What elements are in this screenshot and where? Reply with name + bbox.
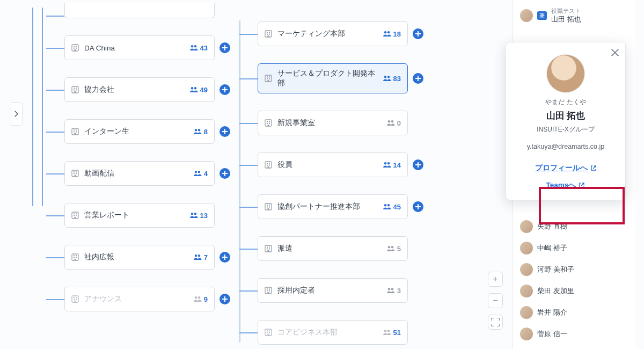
svg-rect-65	[267, 32, 268, 33]
org-node-count: 45	[383, 203, 401, 211]
svg-rect-89	[267, 163, 268, 164]
org-node-label: マーケティング本部	[277, 29, 383, 39]
fullscreen-button[interactable]	[488, 315, 503, 330]
tree-connector	[239, 207, 258, 208]
org-node-count: 0	[386, 119, 401, 127]
tree-connector	[46, 257, 64, 258]
person-name: 中嶋 裕子	[537, 243, 567, 253]
tree-connector	[42, 8, 43, 206]
org-node[interactable]: 新規事業室0	[258, 111, 408, 135]
org-node[interactable]: 採用内定者3	[258, 278, 408, 303]
org-node[interactable]: インターン生8	[64, 119, 215, 144]
expand-node-button[interactable]	[219, 84, 230, 95]
svg-point-126	[384, 330, 386, 332]
expand-node-button[interactable]	[219, 126, 230, 137]
person-row[interactable]: 河野 美和子	[513, 259, 635, 280]
org-node-label: 営業レポート	[84, 210, 189, 220]
person-row[interactable]: 矢野 直樹	[513, 216, 635, 237]
svg-rect-82	[269, 121, 270, 122]
org-node[interactable]: 協力会社49	[64, 77, 215, 102]
org-node[interactable]: 派遣5	[258, 236, 408, 261]
svg-point-103	[387, 204, 389, 206]
count-number: 13	[200, 212, 208, 220]
person-row[interactable]: 中嶋 裕子	[513, 237, 635, 259]
tree-connector	[239, 290, 258, 292]
person-row[interactable]: 柴田 友加里	[513, 280, 635, 302]
org-icon	[265, 245, 272, 252]
svg-rect-12	[76, 48, 77, 49]
expand-node-button[interactable]	[413, 159, 423, 170]
expand-node-button[interactable]	[413, 201, 423, 212]
org-node[interactable]: 役員14	[258, 152, 408, 177]
org-node-label: コアビジネス本部	[277, 328, 383, 337]
svg-rect-99	[267, 207, 268, 208]
org-node[interactable]	[64, 3, 215, 18]
teams-link-label: Teamsへ	[546, 180, 576, 190]
zoom-out-button[interactable]: −	[488, 293, 503, 308]
svg-rect-26	[76, 129, 77, 130]
svg-rect-105	[267, 246, 268, 248]
svg-rect-59	[74, 299, 75, 300]
person-name: 河野 美和子	[537, 265, 574, 274]
svg-point-46	[191, 213, 193, 215]
svg-point-62	[195, 296, 197, 299]
svg-rect-97	[267, 205, 268, 206]
expand-node-button[interactable]	[219, 252, 230, 263]
zoom-in-button[interactable]: +	[488, 272, 503, 287]
expand-node-button[interactable]	[413, 73, 423, 84]
svg-point-95	[387, 162, 389, 164]
org-icon	[71, 44, 79, 52]
svg-rect-74	[269, 76, 270, 77]
org-node-count: 8	[193, 128, 208, 136]
svg-rect-66	[269, 32, 270, 33]
org-node-label: インターン生	[84, 127, 193, 136]
close-button[interactable]	[610, 48, 620, 57]
svg-rect-11	[74, 48, 75, 49]
people-icon	[383, 75, 391, 82]
person-name: 矢野 直樹	[537, 222, 567, 231]
org-node[interactable]: DA China43	[64, 35, 215, 60]
org-node[interactable]: 社内広報7	[64, 245, 215, 270]
svg-point-110	[388, 246, 390, 248]
expand-node-button[interactable]	[219, 294, 230, 304]
org-icon	[71, 86, 79, 93]
teams-link[interactable]: Teamsへ	[546, 180, 586, 190]
count-number: 49	[200, 86, 208, 94]
people-icon	[193, 170, 202, 177]
collapse-sidebar-button[interactable]	[11, 102, 23, 126]
avatar	[520, 9, 533, 22]
tree-connector	[46, 132, 64, 133]
expand-node-button[interactable]	[413, 28, 423, 39]
sidebar-top-person[interactable]: 兼 役職テスト 山田 拓也	[513, 0, 635, 28]
people-icon	[193, 296, 202, 302]
expand-node-button[interactable]	[219, 168, 230, 179]
person-row[interactable]: 菅原 信一	[513, 323, 635, 345]
org-node[interactable]: 営業レポート13	[64, 203, 215, 228]
org-node-count: 14	[383, 161, 401, 169]
profile-link[interactable]: プロフィールへ	[535, 163, 597, 173]
concurrent-badge: 兼	[537, 11, 547, 20]
org-node[interactable]: 動画配信4	[64, 161, 215, 186]
svg-rect-13	[75, 49, 76, 51]
org-node[interactable]: 協創パートナー推進本部45	[258, 194, 408, 219]
expand-node-button[interactable]	[219, 42, 230, 53]
svg-point-39	[198, 171, 200, 173]
org-node[interactable]: サービス＆プロダクト開発本部83	[258, 63, 408, 93]
org-node[interactable]: コアビジネス本部51	[258, 320, 408, 345]
svg-rect-45	[75, 217, 76, 219]
svg-rect-115	[267, 290, 268, 292]
svg-rect-37	[75, 175, 76, 177]
people-icon	[383, 31, 391, 37]
people-icon	[383, 162, 391, 168]
org-node[interactable]: アナウンス9	[64, 287, 215, 311]
count-number: 14	[393, 161, 401, 169]
svg-point-119	[391, 288, 393, 290]
avatar	[520, 285, 533, 297]
svg-rect-76	[269, 78, 270, 79]
person-row[interactable]: 岩井 陽介	[513, 302, 635, 323]
avatar	[520, 263, 533, 276]
avatar	[520, 220, 533, 233]
svg-point-70	[384, 31, 386, 33]
org-node[interactable]: マーケティング本部18	[258, 21, 408, 46]
org-icon	[71, 253, 79, 261]
